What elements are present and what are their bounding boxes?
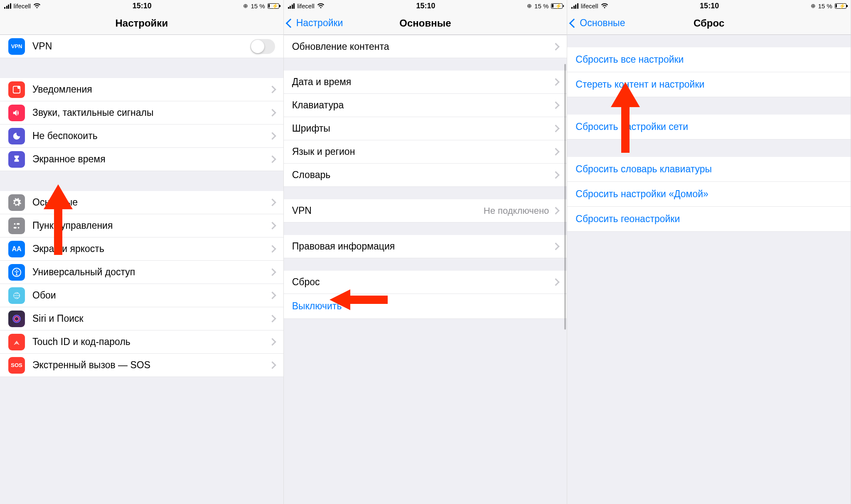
row-sos[interactable]: SOS Экстренный вызов — SOS — [0, 354, 283, 377]
dnd-icon — [8, 128, 25, 144]
battery-icon: ⚡ — [835, 3, 846, 9]
svg-point-4 — [18, 227, 20, 228]
row-label: Пункт управления — [32, 220, 270, 231]
screentime-icon — [8, 151, 25, 168]
row-touchid[interactable]: Touch ID и код-пароль — [0, 330, 283, 354]
row-legal[interactable]: Правовая информация — [284, 235, 567, 258]
svg-rect-5 — [14, 227, 17, 228]
nav-back-button[interactable]: Настройки — [284, 17, 343, 29]
chevron-back-icon — [569, 18, 579, 28]
nav-header: Настройки Основные — [284, 12, 567, 35]
row-label: Язык и регион — [292, 146, 553, 157]
row-content-update[interactable]: Обновление контента — [284, 35, 567, 58]
chevron-right-icon — [552, 43, 560, 50]
control-center-icon — [8, 218, 25, 234]
row-reset-keyboard-dict[interactable]: Сбросить словарь клавиатуры — [567, 157, 851, 182]
row-language[interactable]: Язык и регион — [284, 140, 567, 164]
row-dnd[interactable]: Не беспокоить — [0, 125, 283, 148]
row-label: VPN — [32, 41, 250, 52]
nav-title: Настройки — [0, 17, 283, 29]
chevron-right-icon — [552, 78, 560, 86]
row-sounds[interactable]: Звуки, тактильные сигналы — [0, 101, 283, 125]
row-value: Не подключено — [484, 206, 549, 216]
row-label: Дата и время — [292, 76, 553, 88]
row-fonts[interactable]: Шрифты — [284, 117, 567, 140]
battery-icon: ⚡ — [268, 3, 279, 9]
chevron-right-icon — [268, 315, 276, 322]
vpn-toggle[interactable] — [250, 39, 275, 54]
row-label: Siri и Поиск — [32, 313, 270, 324]
wallpaper-icon — [8, 287, 25, 304]
orientation-lock-icon: ⊕ — [811, 2, 816, 9]
row-keyboard[interactable]: Клавиатура — [284, 94, 567, 117]
touchid-icon — [8, 334, 25, 350]
row-label: Сбросить настройки сети — [576, 121, 842, 132]
chevron-right-icon — [268, 245, 276, 252]
row-label: Уведомления — [32, 84, 270, 95]
row-siri[interactable]: Siri и Поиск — [0, 307, 283, 330]
settings-list[interactable]: VPN VPN Уведомления Звуки, тактильные си… — [0, 35, 283, 504]
row-label: Универсальный доступ — [32, 267, 270, 278]
row-date-time[interactable]: Дата и время — [284, 71, 567, 94]
row-notifications[interactable]: Уведомления — [0, 78, 283, 101]
row-reset-location[interactable]: Сбросить геонастройки — [567, 207, 851, 232]
row-label: Словарь — [292, 169, 553, 181]
row-general[interactable]: Основные — [0, 191, 283, 214]
row-label: Клавиатура — [292, 100, 553, 111]
svg-point-1 — [17, 86, 20, 88]
wifi-icon — [601, 3, 608, 9]
chevron-right-icon — [268, 268, 276, 276]
row-label: Звуки, тактильные сигналы — [32, 107, 270, 118]
row-reset[interactable]: Сброс — [284, 271, 567, 294]
chevron-right-icon — [552, 148, 560, 155]
pane-reset: lifecell 15:10 ⊕ 15 % ⚡ Основные Сброс С… — [567, 0, 851, 504]
row-label: VPN — [292, 205, 484, 216]
general-list[interactable]: Обновление контента Дата и время Клавиат… — [284, 35, 567, 504]
row-label: Обои — [32, 290, 270, 301]
row-vpn[interactable]: VPN VPN — [0, 35, 283, 58]
row-dictionary[interactable]: Словарь — [284, 164, 567, 187]
orientation-lock-icon: ⊕ — [243, 2, 248, 9]
row-shutdown[interactable]: Выключить — [284, 294, 567, 319]
row-label: Экранное время — [32, 154, 270, 165]
pane-settings: lifecell 15:10 ⊕ 15 % ⚡ Настройки VPN VP… — [0, 0, 284, 504]
row-reset-network[interactable]: Сбросить настройки сети — [567, 115, 851, 139]
row-erase-all[interactable]: Стереть контент и настройки — [567, 72, 851, 97]
row-label: Шрифты — [292, 123, 553, 134]
battery-percent: 15 % — [818, 2, 832, 10]
row-reset-home[interactable]: Сбросить настройки «Домой» — [567, 182, 851, 207]
row-screentime[interactable]: Экранное время — [0, 148, 283, 171]
row-label: Экран и яркость — [32, 243, 270, 254]
chevron-right-icon — [268, 132, 276, 139]
row-display[interactable]: AA Экран и яркость — [0, 237, 283, 261]
sounds-icon — [8, 105, 25, 121]
chevron-right-icon — [268, 198, 276, 206]
chevron-back-icon — [285, 18, 295, 28]
row-control-center[interactable]: Пункт управления — [0, 214, 283, 237]
row-vpn-status[interactable]: VPN Не подключено — [284, 199, 567, 223]
chevron-right-icon — [268, 222, 276, 229]
row-wallpaper[interactable]: Обои — [0, 284, 283, 307]
chevron-right-icon — [552, 171, 560, 179]
chevron-right-icon — [268, 109, 276, 116]
battery-percent: 15 % — [534, 2, 548, 10]
nav-back-button[interactable]: Основные — [567, 17, 625, 29]
general-icon — [8, 194, 25, 211]
carrier-label: lifecell — [581, 2, 598, 10]
row-label: Стереть контент и настройки — [576, 79, 842, 90]
row-reset-all-settings[interactable]: Сбросить все настройки — [567, 47, 851, 72]
row-label: Не беспокоить — [32, 130, 270, 142]
status-bar: lifecell 15:10 ⊕ 15 % ⚡ — [284, 0, 567, 12]
reset-list[interactable]: Сбросить все настройки Стереть контент и… — [567, 35, 851, 504]
battery-icon: ⚡ — [551, 3, 563, 9]
carrier-label: lifecell — [297, 2, 315, 10]
vpn-icon: VPN — [8, 38, 25, 55]
row-accessibility[interactable]: Универсальный доступ — [0, 261, 283, 284]
chevron-right-icon — [268, 291, 276, 299]
chevron-right-icon — [268, 86, 276, 93]
svg-rect-3 — [17, 223, 20, 225]
status-time: 15:10 — [700, 2, 719, 10]
notifications-icon — [8, 81, 25, 98]
scroll-indicator[interactable] — [564, 64, 566, 330]
nav-header: Настройки — [0, 12, 283, 35]
